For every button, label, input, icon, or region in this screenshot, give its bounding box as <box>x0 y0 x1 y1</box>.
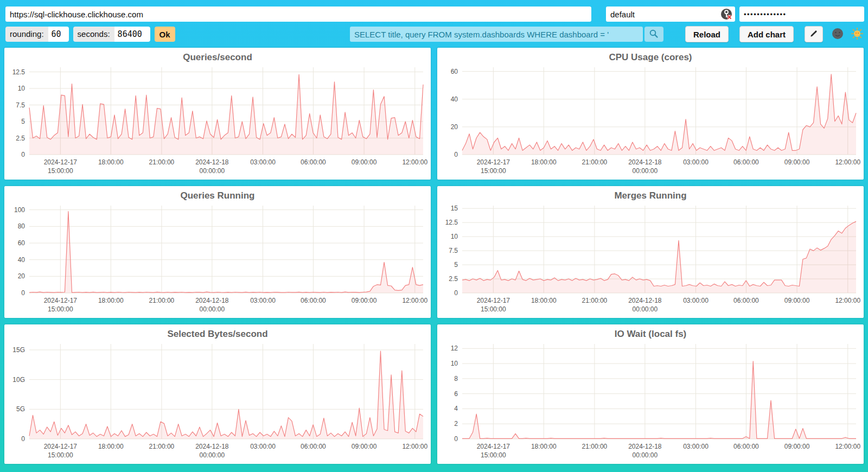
x-tick-label: 2024-12-18 <box>195 297 229 304</box>
y-tick-label: 60 <box>451 68 458 75</box>
x-tick-label: 06:00:00 <box>733 158 759 166</box>
x-tick-label: 21:00:00 <box>582 297 608 304</box>
x-tick-label: 18:00:00 <box>531 297 557 304</box>
sun-icon <box>851 28 863 41</box>
password-input[interactable] <box>739 7 864 22</box>
x-tick-label: 09:00:00 <box>784 158 810 166</box>
rounding-label: rounding: <box>5 27 48 42</box>
seconds-label: seconds: <box>73 27 114 42</box>
param-seconds: seconds: <box>73 27 150 42</box>
reload-button[interactable]: Reload <box>685 26 729 42</box>
y-tick-label: 6 <box>454 390 458 398</box>
magnifier-icon <box>649 29 659 40</box>
chart-title: Selected Bytes/second <box>4 329 431 340</box>
chart-panel: Queries Running 0204060801002024-12-1715… <box>4 186 431 318</box>
x-tick-label: 03:00:00 <box>250 297 276 304</box>
y-tick-label: 5G <box>16 405 25 413</box>
x-tick-label: 18:00:00 <box>531 158 557 166</box>
rounding-input[interactable] <box>48 27 69 42</box>
seconds-input[interactable] <box>114 27 150 42</box>
chart-title: CPU Usage (cores) <box>437 52 864 63</box>
dark-theme-button[interactable] <box>831 27 845 41</box>
light-theme-button[interactable] <box>850 27 864 41</box>
x-tick-label: 18:00:00 <box>98 297 124 304</box>
controls-bar: rounding: seconds: Ok Reload Add chart <box>0 22 868 42</box>
x-tick-label: 06:00:00 <box>733 297 759 304</box>
x-tick-label: 18:00:00 <box>98 443 124 450</box>
y-tick-label: 20 <box>451 123 458 131</box>
y-tick-label: 10 <box>18 85 25 92</box>
y-tick-label: 0 <box>454 289 458 297</box>
user-input[interactable] <box>606 7 735 22</box>
y-tick-label: 4 <box>454 405 458 412</box>
server-url-input[interactable] <box>5 7 591 22</box>
x-tick-label: 21:00:00 <box>149 158 175 166</box>
y-tick-label: 12.5 <box>12 68 25 76</box>
chart-title: Merges Running <box>437 190 864 201</box>
x-tick-label: 12:00:00 <box>402 158 427 166</box>
x-tick-label: 2024-12-17 <box>477 158 510 166</box>
charts-grid: Queries/second 02.557.51012.52024-12-171… <box>4 48 864 464</box>
x-tick-label: 09:00:00 <box>352 443 377 450</box>
y-tick-label: 10G <box>12 376 25 384</box>
x-tick-label-line2: 00:00:00 <box>200 167 225 175</box>
x-tick-label: 2024-12-18 <box>628 297 662 304</box>
x-tick-label: 09:00:00 <box>784 297 810 304</box>
x-tick-label-line2: 00:00:00 <box>633 451 658 459</box>
add-chart-button[interactable]: Add chart <box>739 26 794 42</box>
x-tick-label-line2: 00:00:00 <box>633 305 658 313</box>
y-tick-label: 100 <box>14 206 25 214</box>
user-field-wrap <box>606 7 735 22</box>
pencil-icon <box>809 29 818 40</box>
chart-title: IO Wait (local fs) <box>437 329 864 340</box>
key-auth-error-icon <box>720 8 732 20</box>
y-tick-label: 40 <box>451 95 458 103</box>
dashboard-query-input[interactable] <box>350 27 643 42</box>
ok-button[interactable]: Ok <box>155 27 175 42</box>
x-tick-label: 2024-12-18 <box>628 443 662 450</box>
y-tick-label: 0 <box>21 289 25 297</box>
y-tick-label: 0 <box>21 151 25 158</box>
x-tick-label: 2024-12-17 <box>477 443 510 450</box>
x-tick-label: 2024-12-17 <box>477 297 510 304</box>
chart-plot-area[interactable]: 02.557.51012.5152024-12-1715:00:0018:00:… <box>462 206 856 293</box>
x-tick-label-line2: 15:00:00 <box>48 167 73 175</box>
y-tick-label: 2 <box>454 420 458 428</box>
y-tick-label: 80 <box>18 222 25 230</box>
x-tick-label: 21:00:00 <box>582 158 608 166</box>
chart-panel: Queries/second 02.557.51012.52024-12-171… <box>4 48 431 180</box>
chart-title: Queries/second <box>4 52 431 63</box>
x-tick-label: 06:00:00 <box>301 443 326 450</box>
chart-plot-area[interactable]: 02.557.51012.52024-12-1715:00:0018:00:00… <box>29 67 423 155</box>
y-tick-label: 20 <box>18 272 25 280</box>
y-tick-label: 12 <box>451 345 458 352</box>
x-tick-label-line2: 00:00:00 <box>200 305 225 313</box>
y-tick-label: 0 <box>21 435 25 443</box>
search-button[interactable] <box>644 27 663 42</box>
chart-plot-area[interactable]: 0246810122024-12-1715:00:0018:00:0021:00… <box>462 344 856 439</box>
x-tick-label: 2024-12-18 <box>628 158 662 166</box>
y-tick-label: 15 <box>451 205 458 212</box>
x-tick-label: 06:00:00 <box>301 158 326 166</box>
moon-icon <box>832 28 844 41</box>
x-tick-label: 18:00:00 <box>531 443 557 450</box>
y-tick-label: 8 <box>454 375 458 382</box>
x-tick-label: 2024-12-18 <box>195 443 229 450</box>
x-tick-label-line2: 15:00:00 <box>48 451 73 459</box>
y-tick-label: 60 <box>18 239 25 247</box>
y-tick-label: 40 <box>18 256 25 264</box>
x-tick-label: 06:00:00 <box>733 443 759 450</box>
x-tick-label: 03:00:00 <box>683 443 709 450</box>
edit-queries-button[interactable] <box>805 26 823 42</box>
x-tick-label: 12:00:00 <box>835 158 860 166</box>
chart-plot-area[interactable]: 0204060801002024-12-1715:00:0018:00:0021… <box>29 206 423 293</box>
x-tick-label-line2: 15:00:00 <box>481 451 506 459</box>
chart-plot-area[interactable]: 05G10G15G2024-12-1715:00:0018:00:0021:00… <box>29 344 423 439</box>
chart-title: Queries Running <box>4 190 431 201</box>
chart-panel: IO Wait (local fs) 0246810122024-12-1715… <box>437 324 864 464</box>
x-tick-label: 09:00:00 <box>352 297 377 304</box>
y-tick-label: 10 <box>451 233 458 240</box>
chart-plot-area[interactable]: 02040602024-12-1715:00:0018:00:0021:00:0… <box>462 67 856 155</box>
x-tick-label: 21:00:00 <box>149 443 175 450</box>
x-tick-label: 2024-12-18 <box>195 158 229 166</box>
